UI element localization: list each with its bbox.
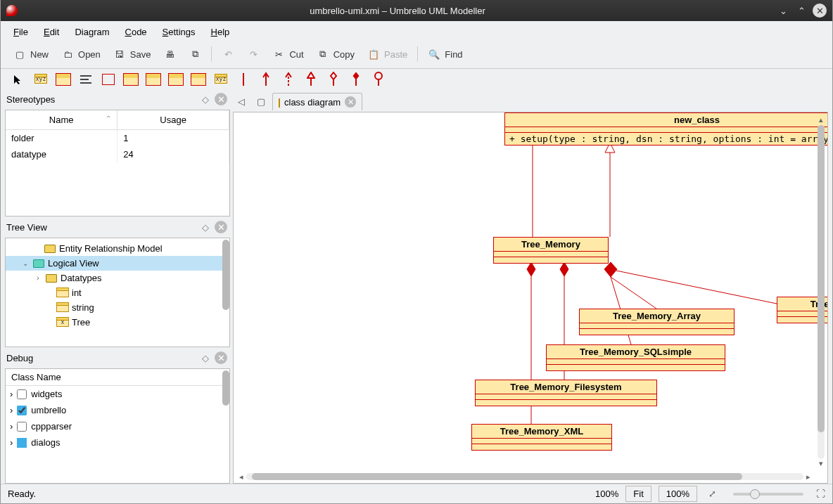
close-panel-icon[interactable]: ✕ — [215, 351, 227, 364]
undock-icon[interactable]: ◇ — [199, 221, 212, 233]
new-button[interactable]: ▢New — [8, 44, 54, 64]
copy-button[interactable]: ⧉Copy — [311, 44, 360, 64]
entity-tool[interactable] — [191, 72, 206, 87]
uml-class-tree-memory-xml[interactable]: Tree_Memory_XML — [471, 424, 612, 451]
table-row[interactable]: folder1 — [6, 130, 229, 147]
assoc-line-tool[interactable] — [236, 72, 251, 87]
tab-class-diagram[interactable]: class diagram ✕ — [272, 93, 362, 110]
checkbox[interactable] — [17, 406, 27, 415]
minimize-button[interactable]: ⌄ — [776, 4, 790, 18]
dependency-tool[interactable] — [281, 72, 296, 87]
debug-item[interactable]: ›umbrello — [6, 402, 229, 418]
uml-class-tree-memory-array[interactable]: Tree_Memory_Array — [579, 309, 735, 335]
chevron-down-icon[interactable]: ⌄ — [21, 259, 30, 267]
note-tool[interactable]: xyz — [33, 72, 49, 87]
debug-item[interactable]: ›cppparser — [6, 418, 229, 434]
menu-edit[interactable]: Edit — [37, 24, 66, 40]
redo-button[interactable]: ↷ — [241, 44, 265, 64]
uml-class-tree-memory-filesystem[interactable]: Tree_Memory_Filesystem — [475, 380, 657, 406]
print-button[interactable]: 🖶 — [158, 44, 182, 64]
debug-scrollbar[interactable] — [222, 369, 229, 483]
chevron-right-icon[interactable]: › — [10, 405, 13, 415]
tree-item[interactable]: xTree — [6, 315, 229, 330]
menu-file[interactable]: File — [6, 24, 35, 40]
pointer-tool[interactable] — [11, 72, 26, 87]
close-panel-icon[interactable]: ✕ — [215, 93, 227, 105]
align-tool[interactable] — [78, 72, 94, 87]
box-tool[interactable] — [56, 72, 71, 87]
tree-item[interactable]: int — [6, 285, 229, 300]
tree-item[interactable]: ›Datatypes — [6, 271, 229, 285]
tree-item[interactable]: string — [6, 300, 229, 315]
table-row[interactable]: datatype24 — [6, 146, 229, 162]
generalization-tool[interactable] — [303, 72, 319, 87]
horizontal-scrollbar[interactable]: ◂▸ — [236, 472, 813, 482]
prev-tab-button[interactable]: ◁ — [233, 93, 250, 110]
close-panel-icon[interactable]: ✕ — [215, 221, 227, 233]
interface-tool[interactable] — [123, 72, 139, 87]
datatype-tool[interactable] — [146, 72, 161, 87]
find-button[interactable]: 🔍Find — [422, 44, 468, 64]
save-button[interactable]: 🖫Save — [108, 44, 157, 64]
undock-icon[interactable]: ◇ — [199, 93, 212, 105]
uml-class-tree-memory-sqlsimple[interactable]: Tree_Memory_SQLsimple — [546, 344, 725, 371]
print-icon: 🖶 — [163, 48, 176, 60]
fit-button[interactable]: Fit — [625, 486, 651, 502]
col-name[interactable]: Name — [6, 110, 117, 130]
zoom-button[interactable]: 100% — [659, 486, 697, 502]
chevron-right-icon[interactable]: › — [10, 421, 13, 432]
folder-icon — [46, 274, 57, 283]
svg-line-15 — [616, 271, 777, 304]
close-tab-icon[interactable]: ✕ — [345, 96, 356, 108]
chevron-right-icon[interactable]: › — [34, 274, 42, 282]
main-area: Stereotypes ◇ ✕ Name Usage folder1 datat… — [1, 91, 832, 484]
directed-assoc-tool[interactable] — [258, 72, 274, 87]
undock-icon[interactable]: ◇ — [199, 351, 212, 364]
checkbox[interactable] — [17, 389, 27, 399]
tree-item[interactable]: Entity Relationship Model — [6, 241, 229, 256]
zoom-text: 100% — [595, 489, 618, 499]
menu-code[interactable]: Code — [118, 24, 154, 40]
aggregation-tool[interactable] — [326, 72, 341, 87]
diagram-canvas[interactable]: new_class + setup(type : string, dsn : s… — [233, 112, 828, 484]
debug-item[interactable]: ›widgets — [6, 386, 229, 402]
cut-button[interactable]: ✂Cut — [267, 44, 309, 64]
containment-tool[interactable] — [371, 72, 386, 87]
datatype-icon — [56, 304, 69, 312]
vertical-scrollbar[interactable]: ▴▾ — [816, 115, 826, 469]
chevron-right-icon[interactable]: › — [10, 389, 13, 399]
stereotypes-title: Stereotypes ◇ ✕ — [5, 91, 230, 110]
checkbox-partial-icon[interactable] — [17, 438, 27, 448]
composition-tool[interactable] — [348, 72, 364, 87]
statusbar: Ready. 100% Fit 100% ⤢ ⛶ — [1, 484, 832, 503]
enum-tool[interactable] — [168, 72, 184, 87]
uml-class-new-class[interactable]: new_class + setup(type : string, dsn : s… — [504, 112, 827, 146]
open-button[interactable]: 🗀Open — [56, 44, 106, 64]
uml-class-tree-memory[interactable]: Tree_Memory — [493, 237, 609, 264]
close-button[interactable]: ✕ — [813, 4, 827, 18]
col-usage[interactable]: Usage — [117, 110, 229, 130]
chevron-right-icon[interactable]: › — [10, 437, 13, 448]
tree-scrollbar[interactable] — [222, 238, 229, 347]
undo-icon: ↶ — [222, 48, 234, 60]
zoom-slider[interactable] — [733, 493, 803, 496]
menu-settings[interactable]: Settings — [155, 24, 203, 40]
tree-item-selected[interactable]: ⌄Logical View — [6, 256, 229, 271]
debug-column-header[interactable]: Class Name — [6, 369, 229, 386]
fullscreen-icon[interactable]: ⛶ — [816, 489, 825, 499]
zoom-reset-icon[interactable]: ⤢ — [708, 489, 716, 499]
package-tool[interactable]: xyz — [213, 72, 229, 87]
undo-button[interactable]: ↶ — [216, 44, 240, 64]
debug-item[interactable]: ›dialogs — [6, 434, 229, 451]
new-tab-button[interactable]: ▢ — [253, 93, 269, 110]
left-column: Stereotypes ◇ ✕ Name Usage folder1 datat… — [1, 91, 231, 484]
separator — [417, 46, 418, 62]
maximize-button[interactable]: ⌃ — [794, 4, 808, 18]
checkbox[interactable] — [17, 422, 27, 432]
class-tool[interactable] — [101, 72, 116, 87]
paste-button[interactable]: 📋Paste — [362, 44, 413, 64]
menu-diagram[interactable]: Diagram — [68, 24, 116, 40]
menu-help[interactable]: Help — [204, 24, 237, 40]
tree-view[interactable]: Entity Relationship Model ⌄Logical View … — [6, 238, 229, 332]
print-preview-button[interactable]: ⧉ — [183, 44, 207, 64]
